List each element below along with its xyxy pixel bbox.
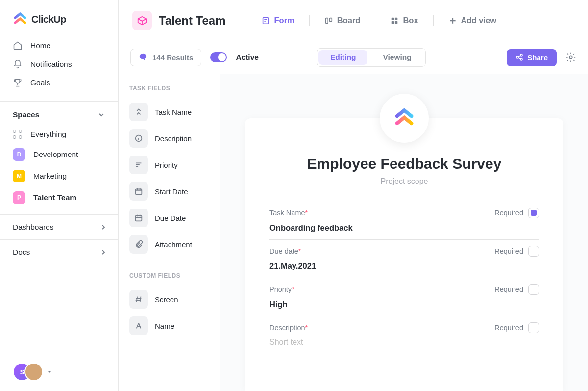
spaces-header[interactable]: Spaces xyxy=(0,110,118,125)
svg-rect-2 xyxy=(330,18,332,21)
view-tab-board[interactable]: Board xyxy=(317,16,368,25)
sidebar: ClickUp Home Notifications Goals Spaces xyxy=(0,0,119,391)
box-grid-icon xyxy=(390,16,399,25)
field-start-date[interactable]: Start Date xyxy=(119,178,220,205)
mode-switch: Editing Viewing xyxy=(317,48,426,67)
required-label: Required xyxy=(494,247,523,255)
form-field-priority[interactable]: Priority* Required High xyxy=(270,278,539,316)
bell-icon xyxy=(13,59,23,69)
calendar-icon xyxy=(129,182,148,201)
custom-field-screen[interactable]: Screen xyxy=(119,286,220,313)
field-label: Priority* xyxy=(270,286,294,293)
custom-fields-heading: CUSTOM FIELDS xyxy=(119,272,220,286)
mode-editing[interactable]: Editing xyxy=(318,50,368,65)
text-icon xyxy=(129,316,148,335)
field-label: Due date* xyxy=(270,247,301,255)
field-due-date[interactable]: Due Date xyxy=(119,205,220,231)
brand-logo[interactable]: ClickUp xyxy=(0,0,118,34)
view-tab-form[interactable]: Form xyxy=(253,16,302,25)
chevron-down-icon xyxy=(98,111,105,119)
required-label: Required xyxy=(494,209,523,217)
svg-rect-0 xyxy=(263,17,269,24)
form-canvas: Employee Feedback Survey Project scope T… xyxy=(220,74,588,391)
mode-viewing[interactable]: Viewing xyxy=(369,49,425,66)
trophy-icon xyxy=(13,78,23,88)
field-placeholder[interactable]: Short text xyxy=(270,338,539,347)
page-title: Talent Team xyxy=(159,14,225,27)
form-logo[interactable] xyxy=(380,94,429,143)
double-chevron-icon xyxy=(129,103,148,121)
topbar: Talent Team Form Board Box Add view xyxy=(119,0,588,41)
add-view-button[interactable]: Add view xyxy=(441,16,504,25)
paperclip-icon xyxy=(129,235,148,254)
field-priority[interactable]: Priority xyxy=(119,152,220,178)
form-field-task-name[interactable]: Task Name* Required Onboarding feedback xyxy=(270,202,539,240)
nav-dashboards[interactable]: Dashboards xyxy=(0,214,118,239)
space-everything[interactable]: Everything xyxy=(0,125,118,144)
sidebar-footer: S xyxy=(0,353,118,391)
nav-goals[interactable]: Goals xyxy=(0,74,118,92)
svg-rect-5 xyxy=(392,21,394,23)
active-toggle[interactable] xyxy=(210,52,227,62)
required-label: Required xyxy=(494,286,523,293)
dropdown-caret-icon[interactable] xyxy=(47,369,52,374)
space-talent-team[interactable]: P Talent Team xyxy=(0,187,118,209)
results-pill[interactable]: 144 Results xyxy=(130,49,201,66)
home-icon xyxy=(13,41,23,51)
chevron-right-icon xyxy=(99,248,107,256)
priority-icon xyxy=(129,156,148,174)
nav-docs[interactable]: Docs xyxy=(0,239,118,264)
hash-icon xyxy=(129,290,148,309)
comment-icon xyxy=(139,53,147,62)
form-card: Employee Feedback Survey Project scope T… xyxy=(245,118,564,391)
board-icon xyxy=(324,16,333,25)
content-area: TASK FIELDS Task Name Description Priori… xyxy=(119,74,588,391)
field-value[interactable]: High xyxy=(270,300,539,309)
svg-rect-4 xyxy=(395,17,397,20)
svg-rect-6 xyxy=(395,21,397,23)
brand-name: ClickUp xyxy=(31,14,66,25)
chevron-right-icon xyxy=(99,223,107,231)
nav-notifications[interactable]: Notifications xyxy=(0,55,118,74)
form-icon xyxy=(261,16,270,25)
view-tab-box[interactable]: Box xyxy=(382,16,426,25)
required-checkbox[interactable] xyxy=(528,208,539,218)
svg-point-10 xyxy=(569,56,572,59)
plus-icon xyxy=(448,16,457,25)
avatar[interactable] xyxy=(24,363,43,381)
field-label: Description* xyxy=(270,324,308,332)
required-checkbox[interactable] xyxy=(528,322,539,333)
nav-home[interactable]: Home xyxy=(0,36,118,55)
task-fields-heading: TASK FIELDS xyxy=(119,85,220,99)
field-value[interactable]: 21.May.2021 xyxy=(270,261,539,271)
share-icon xyxy=(515,53,523,61)
required-label: Required xyxy=(494,324,523,332)
form-field-description[interactable]: Description* Required Short text xyxy=(270,316,539,354)
field-value[interactable]: Onboarding feedback xyxy=(270,223,539,233)
custom-field-name[interactable]: Name xyxy=(119,313,220,339)
share-button[interactable]: Share xyxy=(507,49,557,66)
calendar-icon xyxy=(129,209,148,227)
space-badge: P xyxy=(13,191,25,204)
field-task-name[interactable]: Task Name xyxy=(119,99,220,125)
clickup-logo-icon xyxy=(13,12,27,26)
field-description[interactable]: Description xyxy=(119,125,220,152)
required-checkbox[interactable] xyxy=(528,284,539,295)
space-marketing[interactable]: M Marketing xyxy=(0,165,118,187)
space-development[interactable]: D Development xyxy=(0,144,118,165)
spaces-section: Spaces Everything D Development M Market… xyxy=(0,101,118,214)
svg-rect-3 xyxy=(392,17,394,20)
form-field-due-date[interactable]: Due date* Required 21.May.2021 xyxy=(270,240,539,278)
form-subtitle[interactable]: Project scope xyxy=(270,177,539,186)
info-icon xyxy=(129,129,148,148)
field-label: Task Name* xyxy=(270,209,308,217)
settings-gear-icon[interactable] xyxy=(565,52,576,63)
toolbar: 144 Results Active Editing Viewing Share xyxy=(119,41,588,74)
field-attachment[interactable]: Attachment xyxy=(119,231,220,258)
required-checkbox[interactable] xyxy=(528,246,539,257)
box-icon xyxy=(137,15,147,26)
svg-rect-1 xyxy=(325,18,328,23)
main-area: Talent Team Form Board Box Add view xyxy=(119,0,588,391)
space-badge: M xyxy=(13,170,25,182)
clickup-logo-icon xyxy=(393,107,415,129)
